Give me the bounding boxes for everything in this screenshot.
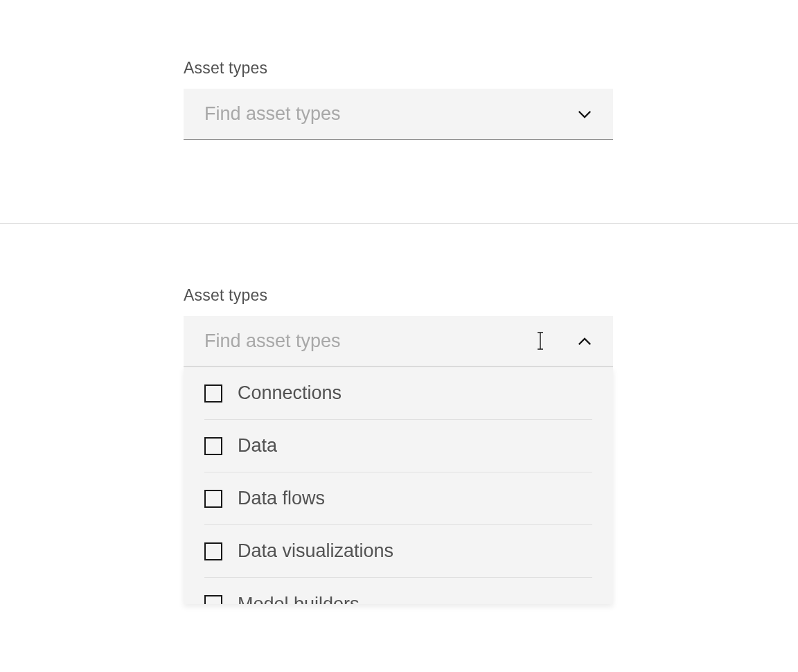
option-connections[interactable]: Connections (204, 367, 592, 420)
asset-types-closed-section: Asset types (184, 59, 613, 140)
option-data[interactable]: Data (204, 420, 592, 472)
option-label: Connections (238, 382, 342, 404)
checkbox-icon[interactable] (204, 490, 222, 508)
asset-types-label: Asset types (184, 286, 613, 305)
checkbox-icon[interactable] (204, 384, 222, 403)
checkbox-icon[interactable] (204, 437, 222, 455)
option-data-visualizations[interactable]: Data visualizations (204, 525, 592, 578)
asset-types-open-section: Asset types Connections Data (184, 286, 613, 604)
option-label: Model builders (238, 594, 360, 605)
asset-types-input-open[interactable] (204, 330, 577, 352)
option-label: Data (238, 435, 277, 457)
option-data-flows[interactable]: Data flows (204, 472, 592, 525)
asset-types-dropdown: Connections Data Data flows Data visuali… (184, 367, 613, 604)
section-divider (0, 223, 798, 224)
option-model-builders[interactable]: Model builders (204, 578, 592, 604)
asset-types-combobox-closed[interactable] (184, 89, 613, 140)
checkbox-icon[interactable] (204, 595, 222, 604)
asset-types-input-closed[interactable] (204, 103, 577, 125)
chevron-up-icon[interactable] (577, 334, 592, 349)
checkbox-icon[interactable] (204, 542, 222, 560)
asset-types-label: Asset types (184, 59, 613, 78)
option-label: Data visualizations (238, 540, 393, 562)
chevron-down-icon[interactable] (577, 107, 592, 122)
asset-types-combobox-open[interactable] (184, 316, 613, 367)
option-label: Data flows (238, 488, 325, 509)
